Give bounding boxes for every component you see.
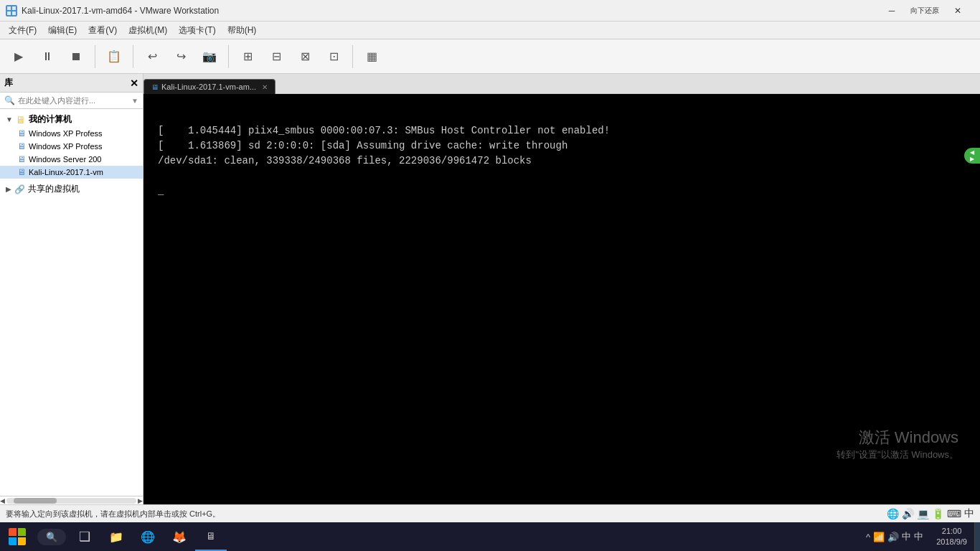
view-unity-button[interactable]: ⊠ bbox=[292, 42, 318, 71]
menu-view[interactable]: 查看(V) bbox=[83, 23, 123, 38]
vm-label-0: Windows XP Profess bbox=[29, 129, 103, 138]
menu-edit[interactable]: 编辑(E) bbox=[42, 23, 83, 38]
clipboard-icon: 📋 bbox=[107, 51, 121, 62]
taskbar-app-3[interactable]: 🦊 bbox=[164, 522, 195, 551]
systray-expand[interactable]: ^ bbox=[866, 532, 870, 542]
toolbar: ▶ ⏸ ⏹ 📋 ↩ ↪ 📷 ⊞ ⊟ ⊠ ⊡ ▦ bbox=[0, 39, 980, 74]
search-dropdown-icon[interactable]: ▼ bbox=[131, 97, 138, 105]
status-icon-1: 🌐 bbox=[887, 508, 899, 519]
vm-green-button[interactable]: ◀▶ bbox=[964, 148, 980, 164]
systray-volume-icon: 🔊 bbox=[887, 532, 899, 542]
status-icon-4: 🔋 bbox=[932, 508, 944, 519]
menu-file[interactable]: 文件(F) bbox=[3, 23, 42, 38]
separator-2 bbox=[133, 45, 133, 68]
pause-button[interactable]: ⏸ bbox=[34, 42, 60, 71]
main-area: 库 ✕ 🔍 ▼ ▼ 🖥 我的计算机 🖥 Windows XP Profess � bbox=[0, 74, 980, 504]
close-button[interactable]: ✕ bbox=[941, 0, 974, 22]
title-bar: Kali-Linux-2017.1-vm-amd64 - VMware Work… bbox=[0, 0, 980, 22]
vm-icon-3: 🖥 bbox=[17, 167, 26, 177]
menu-bar: 文件(F) 编辑(E) 查看(V) 虚拟机(M) 选项卡(T) 帮助(H) bbox=[0, 22, 980, 39]
scroll-right-btn[interactable]: ▶ bbox=[138, 497, 143, 504]
computer-icon: 🖥 bbox=[16, 114, 26, 126]
status-icon-2: 🔊 bbox=[902, 508, 914, 519]
logo-yellow bbox=[18, 537, 26, 545]
task-view-button[interactable]: ❑ bbox=[69, 522, 100, 551]
logo-green bbox=[18, 528, 26, 536]
scroll-thumb[interactable] bbox=[14, 498, 57, 504]
my-computer-group: ▼ 🖥 我的计算机 🖥 Windows XP Profess 🖥 Windows… bbox=[0, 109, 143, 182]
shared-vms-group[interactable]: ▶ 🔗 共享的虚拟机 bbox=[0, 182, 143, 197]
vm-tab-icon: 🖥 bbox=[151, 83, 159, 91]
power-icon: ▶ bbox=[14, 51, 23, 62]
taskbar: 🔍 ❑ 📁 🌐 🦊 🖥 ^ 📶 🔊 中 中 21:00 2018/9/9 bbox=[0, 522, 980, 551]
separator-3 bbox=[228, 45, 229, 68]
snapshot-button[interactable]: 📷 bbox=[197, 42, 222, 71]
sidebar-search-bar: 🔍 ▼ bbox=[0, 93, 143, 109]
snapshot-fwd-button[interactable]: ↪ bbox=[168, 42, 194, 71]
status-message: 要将输入定向到该虚拟机，请在虚拟机内部单击或按 Ctrl+G。 bbox=[6, 509, 220, 519]
vm-item-3[interactable]: 🖥 Kali-Linux-2017.1-vm bbox=[0, 166, 143, 179]
view-mini-icon: ⊡ bbox=[329, 51, 339, 62]
search-icon: 🔍 bbox=[4, 95, 15, 105]
status-bar: 要将输入定向到该虚拟机，请在虚拟机内部单击或按 Ctrl+G。 🌐 🔊 💻 🔋 … bbox=[0, 504, 980, 522]
scroll-left-btn[interactable]: ◀ bbox=[0, 497, 5, 504]
start-button[interactable] bbox=[0, 522, 34, 551]
menu-tab[interactable]: 选项卡(T) bbox=[173, 23, 221, 38]
status-icon-3: 💻 bbox=[917, 508, 929, 519]
vm-item-2[interactable]: 🖥 Windows Server 200 bbox=[0, 153, 143, 166]
taskbar-search-icon: 🔍 bbox=[46, 532, 57, 542]
vm-item-1[interactable]: 🖥 Windows XP Profess bbox=[0, 140, 143, 153]
vm-tab-close-button[interactable]: ✕ bbox=[262, 83, 268, 91]
title-bar-controls: ─ 向下还原 ✕ bbox=[875, 0, 974, 22]
systray-lang[interactable]: 中 bbox=[902, 530, 911, 543]
view-full-button[interactable]: ⊟ bbox=[263, 42, 289, 71]
sidebar: 库 ✕ 🔍 ▼ ▼ 🖥 我的计算机 🖥 Windows XP Profess � bbox=[0, 74, 143, 504]
svg-rect-2 bbox=[7, 11, 11, 15]
vm-tab-kali[interactable]: 🖥 Kali-Linux-2017.1-vm-am... ✕ bbox=[143, 79, 275, 94]
clipboard-button[interactable]: 📋 bbox=[101, 42, 127, 71]
vm-screen[interactable]: [ 1.045444] piix4_smbus 0000:00:07.3: SM… bbox=[143, 94, 980, 504]
vm-label-1: Windows XP Profess bbox=[29, 142, 103, 151]
sidebar-tree: ▼ 🖥 我的计算机 🖥 Windows XP Profess 🖥 Windows… bbox=[0, 109, 143, 496]
stop-icon: ⏹ bbox=[70, 51, 82, 62]
sidebar-scrollbar[interactable]: ◀ ▶ bbox=[0, 496, 143, 504]
shared-expand-icon: ▶ bbox=[6, 185, 11, 193]
taskbar-clock[interactable]: 21:00 2018/9/9 bbox=[929, 526, 974, 548]
clock-time: 21:00 bbox=[942, 526, 962, 537]
sidebar-header: 库 ✕ bbox=[0, 74, 143, 93]
shared-vms-icon: 🔗 bbox=[14, 184, 25, 194]
status-icon-6: 中 bbox=[964, 507, 974, 520]
menu-help[interactable]: 帮助(H) bbox=[222, 23, 263, 38]
task-view-icon: ❑ bbox=[79, 529, 90, 545]
power-button[interactable]: ▶ bbox=[6, 42, 32, 71]
restore-button[interactable]: 向下还原 bbox=[908, 0, 941, 22]
snapshot-icon: 📷 bbox=[202, 51, 217, 62]
view-mini-button[interactable]: ⊡ bbox=[321, 42, 347, 71]
vm-label-3: Kali-Linux-2017.1-vm bbox=[29, 168, 103, 176]
minimize-button[interactable]: ─ bbox=[875, 0, 908, 22]
view-grid-button[interactable]: ▦ bbox=[359, 42, 385, 71]
view-normal-button[interactable]: ⊞ bbox=[235, 42, 260, 71]
snapshot-back-button[interactable]: ↩ bbox=[139, 42, 165, 71]
stop-button[interactable]: ⏹ bbox=[63, 42, 89, 71]
clock-date: 2018/9/9 bbox=[936, 537, 967, 547]
vm-tab-label: Kali-Linux-2017.1-vm-am... bbox=[161, 83, 256, 91]
sidebar-close-button[interactable]: ✕ bbox=[130, 77, 138, 89]
taskbar-app-2[interactable]: 🌐 bbox=[132, 522, 164, 551]
my-computer-header[interactable]: ▼ 🖥 我的计算机 bbox=[0, 112, 143, 127]
taskbar-search[interactable]: 🔍 bbox=[37, 529, 66, 545]
taskbar-app-vmware[interactable]: 🖥 bbox=[195, 522, 227, 551]
vm-icon-2: 🖥 bbox=[17, 154, 26, 164]
vm-item-0[interactable]: 🖥 Windows XP Profess bbox=[0, 127, 143, 140]
scroll-track bbox=[6, 498, 136, 504]
menu-vm[interactable]: 虚拟机(M) bbox=[123, 23, 173, 38]
sidebar-search-input[interactable] bbox=[18, 96, 128, 105]
windows-logo bbox=[9, 528, 26, 545]
show-desktop-button[interactable] bbox=[974, 522, 980, 551]
status-tray: 🌐 🔊 💻 🔋 ⌨ 中 bbox=[887, 507, 974, 520]
taskbar-app-1[interactable]: 📁 bbox=[100, 522, 132, 551]
sidebar-title: 库 bbox=[4, 77, 13, 89]
separator-4 bbox=[352, 45, 353, 68]
shared-vms-label: 共享的虚拟机 bbox=[28, 183, 80, 195]
svg-rect-0 bbox=[7, 6, 11, 10]
